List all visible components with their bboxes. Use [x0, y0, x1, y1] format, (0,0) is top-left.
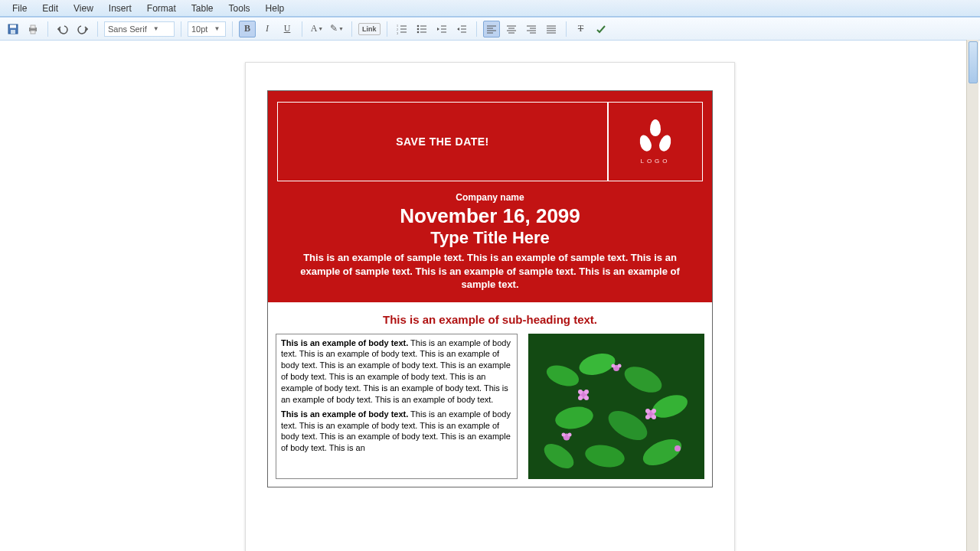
chevron-down-icon: ▼	[214, 25, 220, 32]
separator	[476, 21, 477, 37]
menu-tools[interactable]: Tools	[221, 1, 258, 16]
spellcheck-icon	[596, 24, 606, 34]
menu-view[interactable]: View	[66, 1, 101, 16]
event-date[interactable]: November 16, 2099	[277, 204, 703, 228]
svg-point-52	[584, 390, 589, 394]
sub-heading[interactable]: This is an example of sub-heading text.	[268, 302, 712, 334]
svg-rect-2	[11, 30, 15, 34]
highlight-icon: ✎	[330, 23, 338, 34]
svg-rect-4	[31, 25, 35, 28]
separator	[47, 21, 48, 37]
menu-insert[interactable]: Insert	[101, 1, 139, 16]
menu-edit[interactable]: Edit	[34, 1, 66, 16]
text-color-icon: A	[311, 23, 318, 34]
undo-button[interactable]	[54, 21, 71, 37]
document-content[interactable]: SAVE THE DATE! LOGO Company name Novembe…	[267, 90, 713, 487]
sample-text[interactable]: This is an example of sample text. This …	[277, 251, 703, 292]
menu-table[interactable]: Table	[184, 1, 221, 16]
indent-button[interactable]	[453, 21, 470, 37]
save-button[interactable]	[5, 21, 21, 37]
redo-icon	[77, 24, 88, 34]
numbered-list-button[interactable]: 123	[394, 21, 410, 37]
svg-point-57	[652, 409, 656, 413]
body-text-box[interactable]: This is an example of body text. This is…	[276, 334, 518, 479]
text-color-button[interactable]: A▼	[309, 21, 325, 37]
italic-button[interactable]: I	[259, 21, 276, 37]
menu-format[interactable]: Format	[139, 1, 184, 16]
align-justify-icon	[546, 24, 557, 34]
separator	[566, 21, 567, 37]
body-paragraph-1: This is an example of body text. This is…	[281, 337, 512, 406]
bullet-list-button[interactable]	[413, 21, 430, 37]
bold-button[interactable]: B	[239, 21, 256, 37]
chevron-down-icon: ▼	[318, 26, 323, 32]
svg-point-56	[645, 409, 650, 413]
font-size-value: 10pt	[191, 24, 207, 34]
svg-point-62	[618, 364, 622, 367]
scrollbar-thumb[interactable]	[969, 41, 978, 83]
separator	[181, 21, 181, 37]
body-lead-1: This is an example of body text.	[281, 338, 408, 347]
header-row: SAVE THE DATE! LOGO	[277, 102, 703, 181]
numbered-list-icon: 123	[397, 24, 407, 34]
svg-point-53	[578, 396, 583, 400]
align-left-button[interactable]	[483, 21, 500, 37]
undo-icon	[57, 24, 68, 34]
clear-formatting-button[interactable]: T	[573, 21, 590, 37]
company-name[interactable]: Company name	[277, 192, 703, 203]
svg-rect-1	[10, 24, 16, 28]
logo-icon	[637, 119, 674, 153]
separator	[302, 21, 302, 37]
outdent-button[interactable]	[433, 21, 450, 37]
underline-button[interactable]: U	[279, 21, 296, 37]
svg-point-54	[584, 396, 589, 400]
align-right-button[interactable]	[523, 21, 540, 37]
chevron-down-icon: ▼	[338, 26, 344, 32]
align-right-icon	[526, 24, 537, 34]
svg-point-59	[652, 415, 656, 419]
header-block: SAVE THE DATE! LOGO Company name Novembe…	[268, 91, 712, 302]
align-justify-button[interactable]	[543, 21, 560, 37]
indent-icon	[456, 24, 467, 34]
vertical-scrollbar[interactable]	[966, 40, 978, 551]
font-family-combo[interactable]: Sans Serif ▼	[104, 21, 175, 37]
svg-text:3: 3	[397, 31, 398, 34]
title-placeholder[interactable]: Type Title Here	[277, 228, 703, 248]
menu-file[interactable]: File	[5, 1, 34, 16]
menu-help[interactable]: Help	[258, 1, 292, 16]
outdent-icon	[436, 24, 447, 34]
svg-point-64	[562, 432, 566, 436]
svg-rect-5	[31, 31, 35, 34]
highlight-button[interactable]: ✎▼	[328, 21, 345, 37]
font-size-combo[interactable]: 10pt ▼	[188, 21, 226, 37]
chevron-down-icon: ▼	[153, 25, 159, 32]
svg-point-65	[568, 432, 572, 436]
logo-cell[interactable]: LOGO	[608, 102, 703, 181]
svg-point-13	[416, 28, 419, 30]
separator	[232, 21, 233, 37]
separator	[387, 21, 387, 37]
toolbar: Sans Serif ▼ 10pt ▼ B I U A▼ ✎▼ Link 123	[0, 18, 980, 41]
plant-image-icon	[528, 334, 704, 479]
body-paragraph-2: This is an example of body text. This is…	[281, 409, 512, 454]
print-button[interactable]	[24, 21, 41, 37]
font-family-value: Sans Serif	[108, 24, 147, 34]
placeholder-image[interactable]	[528, 334, 704, 479]
redo-button[interactable]	[74, 21, 91, 37]
body-lead-2: This is an example of body text.	[281, 409, 408, 419]
document-canvas[interactable]: SAVE THE DATE! LOGO Company name Novembe…	[0, 41, 980, 551]
separator	[97, 21, 98, 37]
svg-point-58	[645, 415, 650, 419]
svg-point-14	[416, 31, 419, 33]
menubar: File Edit View Insert Format Table Tools…	[0, 0, 980, 17]
svg-point-51	[578, 390, 583, 394]
body-tail-1: This is an example of body text. This is…	[281, 338, 511, 404]
bullet-list-icon	[416, 24, 427, 34]
save-the-date-cell[interactable]: SAVE THE DATE!	[277, 102, 608, 181]
align-center-button[interactable]	[503, 21, 520, 37]
spellcheck-button[interactable]	[593, 21, 609, 37]
page[interactable]: SAVE THE DATE! LOGO Company name Novembe…	[245, 62, 735, 551]
insert-link-button[interactable]: Link	[358, 23, 381, 35]
printer-icon	[28, 24, 38, 34]
align-center-icon	[506, 24, 517, 34]
